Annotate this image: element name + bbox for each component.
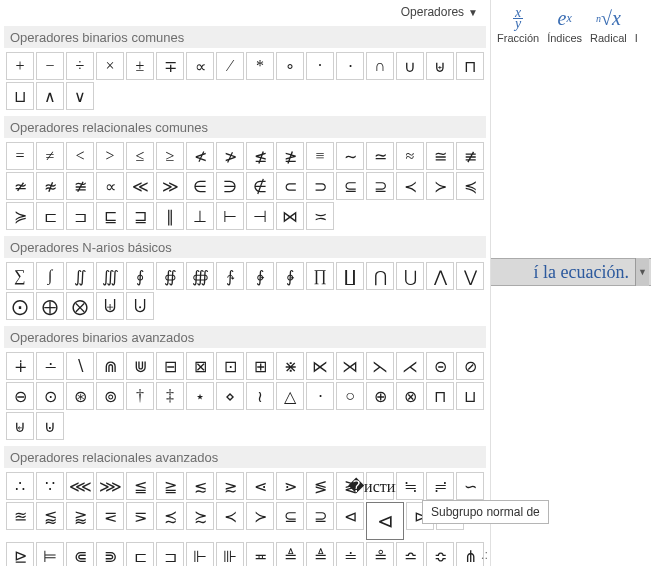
- ribbon-item[interactable]: xyFracción: [493, 2, 543, 46]
- symbol-cell[interactable]: ⋇: [276, 352, 304, 380]
- symbol-cell[interactable]: ⋈: [276, 202, 304, 230]
- symbol-cell[interactable]: ⪅: [36, 502, 64, 530]
- symbol-cell[interactable]: ∭: [96, 262, 124, 290]
- symbol-cell[interactable]: ⊡: [216, 352, 244, 380]
- symbol-cell[interactable]: ⨁: [36, 292, 64, 320]
- symbol-cell[interactable]: ⋓: [126, 352, 154, 380]
- symbol-cell[interactable]: ≪: [126, 172, 154, 200]
- symbol-cell[interactable]: ∈: [186, 172, 214, 200]
- symbol-cell[interactable]: ⊲: [336, 502, 364, 530]
- symbol-cell[interactable]: ≥: [156, 142, 184, 170]
- symbol-cell[interactable]: ≖: [246, 542, 274, 566]
- symbol-cell[interactable]: ⨀: [6, 292, 34, 320]
- symbol-cell[interactable]: ∝: [186, 52, 214, 80]
- symbol-cell[interactable]: ∵: [36, 472, 64, 500]
- symbol-cell[interactable]: ≊: [6, 502, 34, 530]
- symbol-cell[interactable]: ∮: [126, 262, 154, 290]
- symbol-cell[interactable]: ≈: [396, 142, 424, 170]
- symbol-cell[interactable]: ≾: [156, 502, 184, 530]
- symbol-cell[interactable]: ≻: [426, 172, 454, 200]
- symbol-cell[interactable]: ≄: [6, 172, 34, 200]
- symbol-cell[interactable]: ≐: [336, 542, 364, 566]
- symbol-cell[interactable]: ‡: [156, 382, 184, 410]
- symbol-cell[interactable]: ⋁: [456, 262, 484, 290]
- symbol-cell[interactable]: ≅: [426, 142, 454, 170]
- symbol-cell[interactable]: ⋘: [66, 472, 94, 500]
- symbol-cell[interactable]: ⊖: [6, 382, 34, 410]
- symbol-cell[interactable]: ⊓: [456, 52, 484, 80]
- symbol-cell[interactable]: ∓: [156, 52, 184, 80]
- symbol-cell[interactable]: ⊏: [36, 202, 64, 230]
- symbol-cell[interactable]: ⊠: [186, 352, 214, 380]
- symbol-cell[interactable]: △: [276, 382, 304, 410]
- symbol-cell[interactable]: ≺: [396, 172, 424, 200]
- symbol-cell[interactable]: ∏: [306, 262, 334, 290]
- symbol-cell[interactable]: ≗: [366, 542, 394, 566]
- symbol-cell[interactable]: ⋅: [336, 52, 364, 80]
- symbol-cell[interactable]: ⊂: [276, 172, 304, 200]
- symbol-cell[interactable]: ≳: [216, 472, 244, 500]
- symbol-cell[interactable]: ≓: [426, 472, 454, 500]
- symbol-cell[interactable]: ⋙: [96, 472, 124, 500]
- symbol-cell[interactable]: ∑: [6, 262, 34, 290]
- symbol-cell[interactable]: ⊎: [426, 52, 454, 80]
- symbol-cell[interactable]: ∰: [186, 262, 214, 290]
- symbol-cell[interactable]: ∔: [6, 352, 34, 380]
- symbol-cell[interactable]: ∝: [96, 172, 124, 200]
- symbol-cell[interactable]: ⊕: [366, 382, 394, 410]
- symbol-cell[interactable]: ⊒: [126, 202, 154, 230]
- symbol-cell[interactable]: ⋄: [216, 382, 244, 410]
- symbol-cell[interactable]: ⋆: [186, 382, 214, 410]
- symbol-cell[interactable]: ≯: [216, 142, 244, 170]
- symbol-cell[interactable]: ≰: [246, 142, 274, 170]
- symbol-cell[interactable]: ⊞: [246, 352, 274, 380]
- resize-grip-icon[interactable]: .:: [481, 547, 488, 562]
- symbol-cell[interactable]: ⋅: [306, 382, 334, 410]
- symbol-cell[interactable]: ⊇: [366, 172, 394, 200]
- symbol-cell[interactable]: ⊔: [6, 82, 34, 110]
- symbol-cell[interactable]: ∽: [456, 472, 484, 500]
- symbol-cell[interactable]: ≻: [246, 502, 274, 530]
- category-dropdown[interactable]: Operadores ▼: [4, 2, 486, 22]
- symbol-cell[interactable]: ∸: [36, 352, 64, 380]
- symbol-cell[interactable]: ⊨: [36, 542, 64, 566]
- symbol-cell[interactable]: ⪆: [66, 502, 94, 530]
- symbol-cell[interactable]: ⊪: [216, 542, 244, 566]
- symbol-cell[interactable]: ∕: [216, 52, 244, 80]
- symbol-cell[interactable]: ∋: [216, 172, 244, 200]
- symbol-cell[interactable]: ⊘: [456, 352, 484, 380]
- symbol-cell[interactable]: ∪: [396, 52, 424, 80]
- symbol-cell[interactable]: ⊔: [456, 382, 484, 410]
- symbol-cell[interactable]: ⊆: [336, 172, 364, 200]
- symbol-cell[interactable]: ≍: [306, 202, 334, 230]
- symbol-cell[interactable]: ≜: [276, 542, 304, 566]
- symbol-cell[interactable]: ⊟: [156, 352, 184, 380]
- symbol-cell[interactable]: ∧: [36, 82, 64, 110]
- symbol-cell[interactable]: ⊢: [216, 202, 244, 230]
- symbol-cell[interactable]: ⊐: [156, 542, 184, 566]
- symbol-cell[interactable]: ≺: [216, 502, 244, 530]
- symbol-cell[interactable]: ⊩: [186, 542, 214, 566]
- symbol-cell[interactable]: ∨: [66, 82, 94, 110]
- symbol-cell[interactable]: ⊗: [396, 382, 424, 410]
- symbol-cell[interactable]: ≡: [306, 142, 334, 170]
- symbol-cell[interactable]: ≦: [126, 472, 154, 500]
- symbol-cell[interactable]: ∘: [276, 52, 304, 80]
- symbol-cell[interactable]: ∫: [36, 262, 64, 290]
- symbol-cell[interactable]: ⊓: [426, 382, 454, 410]
- symbol-cell[interactable]: ⊛: [66, 382, 94, 410]
- symbol-cell[interactable]: ⊍: [36, 412, 64, 440]
- symbol-cell[interactable]: ±: [126, 52, 154, 80]
- symbol-cell[interactable]: ∥: [156, 202, 184, 230]
- symbol-cell[interactable]: ∳: [276, 262, 304, 290]
- symbol-cell[interactable]: ⊵: [6, 542, 34, 566]
- symbol-cell[interactable]: ⋀: [426, 262, 454, 290]
- symbol-cell[interactable]: ⋃: [396, 262, 424, 290]
- symbol-cell[interactable]: ⋗: [276, 472, 304, 500]
- symbol-cell[interactable]: ≢: [456, 142, 484, 170]
- symbol-cell[interactable]: ∩: [366, 52, 394, 80]
- symbol-cell[interactable]: ≀: [246, 382, 274, 410]
- symbol-cell[interactable]: †: [126, 382, 154, 410]
- symbol-cell[interactable]: �истину: [366, 472, 394, 500]
- ribbon-item[interactable]: n√xRadical: [586, 2, 631, 46]
